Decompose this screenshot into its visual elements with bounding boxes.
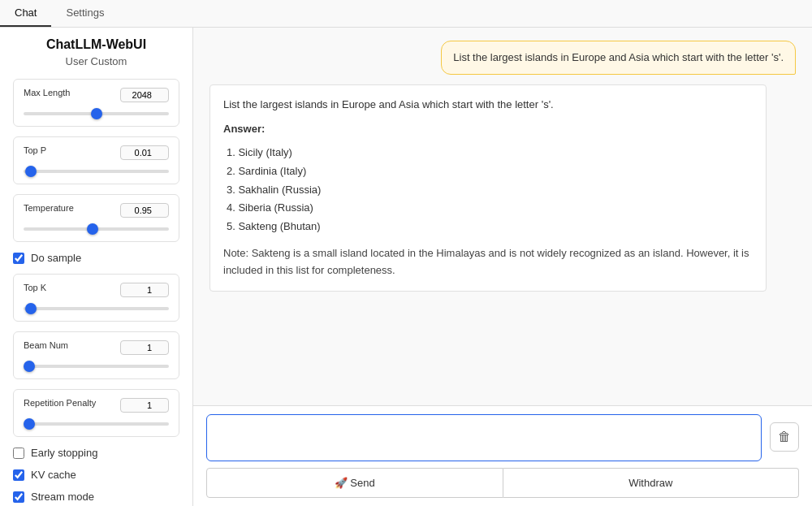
max-length-value[interactable] xyxy=(120,88,169,102)
beam-num-slider[interactable] xyxy=(24,365,169,368)
tab-bar: Chat Settings xyxy=(0,0,812,28)
assistant-message-bubble: List the largest islands in Europe and A… xyxy=(209,84,767,292)
max-length-slider[interactable] xyxy=(24,112,169,115)
temperature-group: Temperature xyxy=(13,194,179,242)
list-item-4: 4. Siberia (Russia) xyxy=(227,200,753,217)
chat-area: List the largest islands in Europe and A… xyxy=(193,28,812,506)
list-item-3: 3. Sakhalin (Russia) xyxy=(227,182,753,199)
list-item-1: 1. Sicily (Italy) xyxy=(227,145,753,162)
do-sample-checkbox[interactable] xyxy=(13,253,24,264)
stream-mode-checkbox[interactable] xyxy=(13,491,24,503)
list-item-2: 2. Sardinia (Italy) xyxy=(227,163,753,180)
beam-num-value[interactable] xyxy=(120,340,169,355)
beam-num-label: Beam Num xyxy=(24,340,68,355)
temperature-slider[interactable] xyxy=(24,227,169,231)
max-length-group: Max Length xyxy=(13,79,179,127)
action-buttons: 🚀 Send Withdraw xyxy=(206,468,799,498)
chat-messages: List the largest islands in Europe and A… xyxy=(193,28,812,405)
list-item-5: 5. Sakteng (Bhutan) xyxy=(227,218,753,236)
top-p-slider[interactable] xyxy=(24,170,169,173)
input-area: 🗑 🚀 Send Withdraw xyxy=(193,405,812,506)
repetition-penalty-group: Repetition Penalty xyxy=(13,389,179,437)
sidebar: ChatLLM-WebUI User Custom Max Length Top… xyxy=(0,28,193,506)
tab-settings[interactable]: Settings xyxy=(51,0,119,27)
top-p-group: Top P xyxy=(13,136,179,184)
repetition-penalty-value[interactable] xyxy=(120,398,169,413)
do-sample-row: Do sample xyxy=(13,252,179,264)
assistant-intro: List the largest islands in Europe and A… xyxy=(223,97,753,114)
answer-label: Answer: xyxy=(223,121,753,138)
top-k-slider[interactable] xyxy=(24,307,169,310)
repetition-penalty-slider[interactable] xyxy=(24,422,169,426)
repetition-penalty-label: Repetition Penalty xyxy=(24,398,96,413)
app-title: ChatLLM-WebUI xyxy=(13,37,179,52)
early-stopping-checkbox[interactable] xyxy=(13,448,24,459)
beam-num-group: Beam Num xyxy=(13,331,179,379)
tab-chat[interactable]: Chat xyxy=(0,0,51,27)
user-message-bubble: List the largest islands in Europe and A… xyxy=(441,41,796,75)
max-length-label: Max Length xyxy=(24,88,70,102)
top-p-value[interactable] xyxy=(120,145,169,160)
stream-mode-row: Stream mode xyxy=(13,491,179,503)
stream-mode-label: Stream mode xyxy=(31,491,94,503)
top-k-label: Top K xyxy=(24,283,46,297)
assistant-note: Note: Sakteng is a small island located … xyxy=(223,245,753,279)
top-k-group: Top K xyxy=(13,274,179,322)
top-p-label: Top P xyxy=(24,145,46,160)
top-k-value[interactable] xyxy=(120,283,169,297)
kv-cache-label: KV cache xyxy=(31,469,76,481)
withdraw-button[interactable]: Withdraw xyxy=(503,468,800,498)
temperature-label: Temperature xyxy=(24,203,74,218)
early-stopping-row: Early stopping xyxy=(13,447,179,459)
trash-button[interactable]: 🗑 xyxy=(770,422,799,452)
kv-cache-checkbox[interactable] xyxy=(13,469,24,481)
sidebar-subtitle: User Custom xyxy=(13,55,179,67)
chat-input[interactable] xyxy=(206,414,762,461)
do-sample-label: Do sample xyxy=(31,252,81,264)
kv-cache-row: KV cache xyxy=(13,469,179,481)
temperature-value[interactable] xyxy=(120,203,169,218)
early-stopping-label: Early stopping xyxy=(31,447,97,459)
send-button[interactable]: 🚀 Send xyxy=(206,468,503,498)
input-row: 🗑 xyxy=(206,414,799,461)
